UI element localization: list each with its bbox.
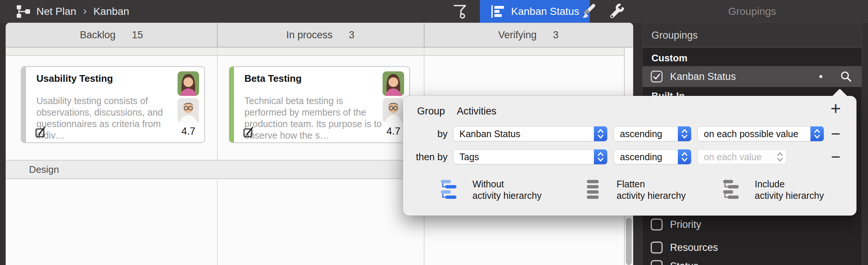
header-divider <box>424 23 425 47</box>
stepper-icon <box>678 126 691 141</box>
hierarchy-option-line1: Flatten <box>617 178 686 190</box>
card-beta-testing[interactable]: Beta Testing Technical beta testing is p… <box>229 66 410 143</box>
avatar-man <box>178 98 199 123</box>
grouping-button-label: Kanban Status <box>511 6 579 17</box>
hierarchy-option-line2: activity hierarchy <box>472 190 542 201</box>
row-detail-dot <box>819 75 822 78</box>
field-select[interactable]: Kanban Status <box>453 126 607 141</box>
card-value: 4.7 <box>181 126 195 137</box>
swimlane-label: Design <box>29 164 59 175</box>
mode-select[interactable]: on each possible value <box>698 126 824 141</box>
flatten-hierarchy-icon <box>584 179 603 201</box>
header-divider <box>217 23 218 47</box>
card-status-strip <box>22 67 26 142</box>
netplan-icon <box>16 5 30 18</box>
grouping-row-label: Status <box>670 261 699 265</box>
hierarchy-option-line2: activity hierarchy <box>617 190 686 201</box>
stepper-icon <box>678 149 691 164</box>
field-select-value: Tags <box>453 152 594 162</box>
order-select-value: ascending <box>614 152 678 162</box>
column-divider <box>217 48 218 265</box>
card-title: Beta Testing <box>244 73 302 84</box>
remove-grouping-level-button[interactable]: − <box>828 126 844 141</box>
column-count: 15 <box>132 29 143 41</box>
checkbox[interactable] <box>651 242 663 253</box>
filter-button[interactable] <box>448 0 472 23</box>
settings-button[interactable] <box>604 0 630 23</box>
grouping-row-resources[interactable]: Resources <box>643 237 862 258</box>
add-grouping-level-button[interactable]: + <box>828 100 844 117</box>
order-select[interactable]: ascending <box>614 126 691 141</box>
hierarchy-option-flatten[interactable]: Flatten activity hierarchy <box>584 178 686 201</box>
paintbrush-icon <box>579 3 596 20</box>
card-description: Usability testing consists of observatio… <box>36 95 176 141</box>
field-select[interactable]: Tags <box>453 149 607 164</box>
avatar-woman <box>383 71 404 96</box>
avatar-woman <box>178 71 199 96</box>
hierarchy-option-include[interactable]: Include activity hierarchy <box>722 178 824 201</box>
board-subband <box>6 48 625 56</box>
hierarchy-option-without[interactable]: Without activity hierarchy <box>440 178 542 201</box>
wrench-icon <box>608 3 625 20</box>
breadcrumb-project[interactable]: Net Plan <box>36 6 76 17</box>
stepper-icon <box>773 149 787 164</box>
board-header: Backlog 15 In process 3 Verifying 3 <box>6 23 633 48</box>
breadcrumb: Net Plan › Kanban <box>16 0 129 23</box>
row-label-by: by <box>403 126 448 141</box>
note-edit-icon[interactable] <box>243 126 255 138</box>
mode-select-value: on each value <box>698 152 773 162</box>
grouping-icon <box>490 4 505 19</box>
column-header-in-process[interactable]: In process 3 <box>217 23 424 47</box>
hierarchy-option-line2: activity hierarchy <box>755 190 824 201</box>
field-select-value: Kanban Status <box>453 129 594 139</box>
popover-title: Group Activities <box>417 106 497 117</box>
grouping-button[interactable]: Kanban Status <box>480 0 590 23</box>
column-name: Verifying <box>498 29 537 41</box>
grouping-row-status[interactable]: Status <box>643 256 862 265</box>
toolbar: Net Plan › Kanban Kanban Status <box>0 0 868 23</box>
column-name: Backlog <box>80 29 116 41</box>
breadcrumb-view[interactable]: Kanban <box>93 6 129 17</box>
note-edit-icon[interactable] <box>35 126 47 138</box>
grouping-row-label: Kanban Status <box>670 71 736 83</box>
card-title: Usability Testing <box>36 73 113 84</box>
checkbox[interactable] <box>651 219 663 230</box>
card-assignees <box>178 71 199 123</box>
order-select[interactable]: ascending <box>614 149 691 164</box>
hierarchy-option-line1: Without <box>472 178 542 190</box>
grouping-row-label: Resources <box>670 242 718 253</box>
grouping-row-label: Priority <box>670 219 701 230</box>
card-status-strip <box>230 67 234 142</box>
format-button[interactable] <box>576 0 600 23</box>
column-header-backlog[interactable]: Backlog 15 <box>6 23 217 47</box>
checkbox[interactable] <box>651 260 663 265</box>
include-hierarchy-icon <box>722 179 741 201</box>
mode-select: on each value <box>698 149 787 164</box>
without-hierarchy-icon <box>440 179 459 201</box>
row-label-then-by: then by <box>403 149 448 164</box>
column-header-verifying[interactable]: Verifying 3 <box>424 23 633 47</box>
group-target[interactable]: Activities <box>457 106 497 117</box>
group-label: Group <box>417 106 445 117</box>
funnel-icon <box>452 3 468 20</box>
breadcrumb-separator-icon: › <box>83 4 87 17</box>
stepper-icon <box>594 126 607 141</box>
hierarchy-option-line1: Include <box>755 178 824 190</box>
column-count: 3 <box>349 29 354 41</box>
stepper-icon <box>594 149 607 164</box>
stepper-icon <box>810 126 824 141</box>
search-icon[interactable] <box>840 71 852 83</box>
panel-title: Groupings <box>643 0 862 23</box>
card-usability-testing[interactable]: Usability Testing Usability testing cons… <box>21 66 205 143</box>
section-header-custom: Custom <box>643 49 862 67</box>
board-scrollbar-thumb[interactable] <box>626 218 632 265</box>
remove-grouping-level-button[interactable]: − <box>828 149 844 164</box>
grouping-row-priority[interactable]: Priority <box>643 214 862 235</box>
grouping-row-kanban-status[interactable]: Kanban Status <box>643 66 862 87</box>
checkbox[interactable] <box>651 71 663 83</box>
column-name: In process <box>286 29 333 41</box>
card-description: Technical beta testing is performed by m… <box>244 95 384 141</box>
order-select-value: ascending <box>614 129 678 139</box>
mode-select-value: on each possible value <box>698 129 810 139</box>
card-value: 4.7 <box>386 126 400 137</box>
